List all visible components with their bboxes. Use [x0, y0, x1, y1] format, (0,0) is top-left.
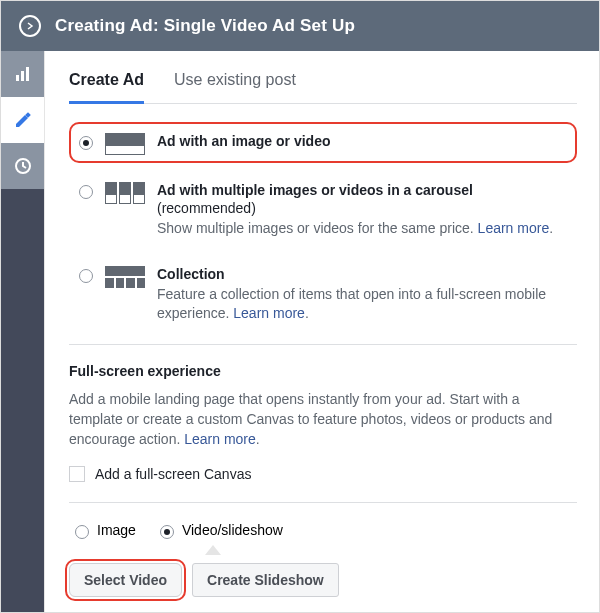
pointer-indicator	[69, 545, 577, 557]
fullscreen-learn-more-link[interactable]: Learn more	[184, 431, 256, 447]
media-video[interactable]: Video/slideshow	[160, 521, 283, 539]
format-collection-desc: Feature a collection of items that open …	[157, 285, 569, 324]
canvas-checkbox[interactable]	[69, 466, 85, 482]
format-single-title: Ad with an image or video	[157, 133, 330, 149]
canvas-checkbox-row[interactable]: Add a full-screen Canvas	[69, 466, 577, 482]
media-image-label: Image	[97, 522, 136, 538]
expand-icon[interactable]	[19, 15, 41, 37]
tab-create-ad[interactable]: Create Ad	[69, 61, 144, 104]
header-bar: Creating Ad: Single Video Ad Set Up	[1, 1, 599, 51]
format-carousel-title: Ad with multiple images or videos in a c…	[157, 182, 473, 198]
svg-rect-2	[26, 67, 29, 81]
select-video-button[interactable]: Select Video	[69, 563, 182, 597]
fullscreen-desc: Add a mobile landing page that opens ins…	[69, 389, 577, 450]
carousel-learn-more-link[interactable]: Learn more	[478, 220, 550, 236]
tabs: Create Ad Use existing post	[69, 61, 577, 104]
sidebar-item-campaign[interactable]	[1, 51, 44, 97]
svg-rect-1	[21, 71, 24, 81]
divider-2	[69, 502, 577, 503]
pencil-icon	[14, 111, 32, 129]
radio-image[interactable]	[75, 525, 89, 539]
sidebar	[1, 51, 45, 612]
main-panel: Create Ad Use existing post Ad with an i…	[45, 51, 599, 612]
format-carousel[interactable]: Ad with multiple images or videos in a c…	[69, 171, 577, 247]
bar-chart-icon	[14, 65, 32, 83]
format-collection[interactable]: Collection Feature a collection of items…	[69, 255, 577, 332]
page-title: Creating Ad: Single Video Ad Set Up	[55, 16, 355, 36]
radio-carousel[interactable]	[79, 185, 93, 199]
radio-collection[interactable]	[79, 269, 93, 283]
fullscreen-title: Full-screen experience	[69, 363, 577, 379]
media-choice: Image Video/slideshow	[75, 521, 577, 539]
format-single[interactable]: Ad with an image or video	[69, 122, 577, 163]
thumb-carousel-icon	[105, 182, 145, 204]
divider	[69, 344, 577, 345]
button-row: Select Video Create Slideshow	[69, 563, 577, 597]
media-image[interactable]: Image	[75, 521, 136, 539]
svg-rect-0	[16, 75, 19, 81]
thumb-collection-icon	[105, 266, 145, 288]
sidebar-item-edit[interactable]	[1, 97, 44, 143]
clock-icon	[14, 157, 32, 175]
create-slideshow-button[interactable]: Create Slideshow	[192, 563, 339, 597]
collection-learn-more-link[interactable]: Learn more	[233, 305, 305, 321]
format-collection-title: Collection	[157, 266, 225, 282]
sidebar-item-history[interactable]	[1, 143, 44, 189]
radio-single[interactable]	[79, 136, 93, 150]
canvas-checkbox-label: Add a full-screen Canvas	[95, 466, 251, 482]
tab-use-existing[interactable]: Use existing post	[174, 61, 296, 103]
radio-video[interactable]	[160, 525, 174, 539]
format-carousel-sub: (recommended)	[157, 200, 256, 216]
thumb-single-icon	[105, 133, 145, 155]
format-carousel-desc: Show multiple images or videos for the s…	[157, 219, 569, 239]
sidebar-filler	[1, 189, 44, 612]
media-video-label: Video/slideshow	[182, 522, 283, 538]
